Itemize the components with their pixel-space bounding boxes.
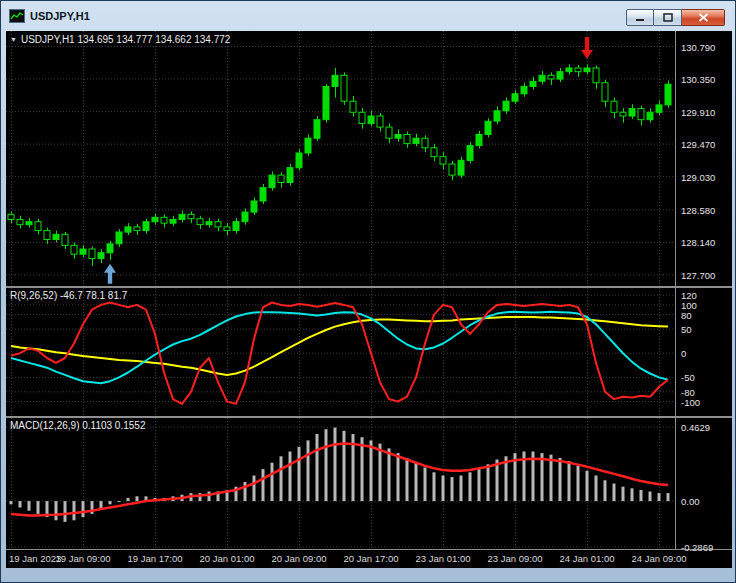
ohlc-label: ▼ USDJPY,H1 134.695 134.777 134.662 134.… — [10, 34, 230, 45]
oscillator-axis-label: 50 — [681, 324, 692, 335]
price-axis-label: 130.790 — [681, 42, 715, 53]
candlestick-chart[interactable] — [6, 31, 675, 286]
maximize-button[interactable] — [654, 9, 682, 26]
cyan-line — [11, 312, 668, 384]
minimize-icon — [635, 13, 645, 22]
macd-axis-label: 0.4629 — [681, 422, 710, 433]
time-axis-label: 24 Jan 09:00 — [632, 553, 687, 564]
maximize-icon — [663, 13, 673, 22]
price-axis[interactable]: 130.790130.350129.910129.470129.030128.5… — [675, 31, 732, 549]
window-controls — [626, 9, 725, 26]
time-axis-label: 20 Jan 01:00 — [200, 553, 255, 564]
chart-client-area: ▼ USDJPY,H1 134.695 134.777 134.662 134.… — [6, 31, 732, 568]
ohlc-text: USDJPY,H1 134.695 134.777 134.662 134.77… — [21, 34, 230, 45]
price-axis-label: 128.580 — [681, 205, 715, 216]
price-axis-label: 127.700 — [681, 270, 715, 281]
time-axis-label: 23 Jan 09:00 — [488, 553, 543, 564]
oscillator-axis-label: -50 — [681, 372, 695, 383]
close-icon — [698, 13, 709, 22]
buy-arrow — [104, 264, 116, 284]
time-axis-label: 20 Jan 09:00 — [272, 553, 327, 564]
price-axis-label: 130.350 — [681, 74, 715, 85]
time-axis-separator — [6, 549, 732, 550]
time-axis[interactable]: 19 Jan 202319 Jan 09:0019 Jan 17:0020 Ja… — [6, 551, 732, 568]
time-axis-label: 24 Jan 01:00 — [560, 553, 615, 564]
price-axis-label: 129.910 — [681, 107, 715, 118]
oscillator-axis-label: 80 — [681, 310, 692, 321]
app-icon[interactable] — [9, 9, 25, 23]
title-bar[interactable]: USDJPY,H1 — [2, 2, 734, 30]
minimize-button[interactable] — [626, 9, 654, 26]
price-axis-label: 129.470 — [681, 139, 715, 150]
time-axis-label: 19 Jan 2023 — [9, 553, 61, 564]
main-chart-panel: ▼ USDJPY,H1 134.695 134.777 134.662 134.… — [6, 31, 675, 286]
time-axis-label: 23 Jan 01:00 — [416, 553, 471, 564]
time-axis-label: 19 Jan 17:00 — [128, 553, 183, 564]
oscillator-panel: R(9,26,52) -46.7 78.1 81.7 — [6, 288, 675, 416]
sell-arrow — [581, 37, 593, 59]
application-window: USDJPY,H1 ▼ USDJPY,H1 134.695 134.777 13… — [0, 0, 736, 583]
time-axis-label: 20 Jan 17:00 — [344, 553, 399, 564]
macd-axis-label: 0.00 — [681, 496, 700, 507]
price-axis-label: 128.140 — [681, 237, 715, 248]
symbol-dropdown-icon: ▼ — [10, 36, 17, 43]
oscillator-axis-label: 0 — [681, 348, 686, 359]
macd-panel: MACD(12,26,9) 0.1103 0.1552 — [6, 418, 675, 549]
macd-chart[interactable] — [6, 418, 675, 549]
window-title: USDJPY,H1 — [30, 10, 90, 22]
time-axis-label: 19 Jan 09:00 — [56, 553, 111, 564]
yellow-line — [11, 317, 668, 375]
close-button[interactable] — [682, 9, 725, 26]
oscillator-chart[interactable] — [6, 288, 675, 416]
oscillator-label: R(9,26,52) -46.7 78.1 81.7 — [10, 290, 127, 301]
price-axis-label: 129.030 — [681, 172, 715, 183]
oscillator-axis-label: -100 — [681, 397, 700, 408]
macd-label: MACD(12,26,9) 0.1103 0.1552 — [10, 420, 145, 431]
